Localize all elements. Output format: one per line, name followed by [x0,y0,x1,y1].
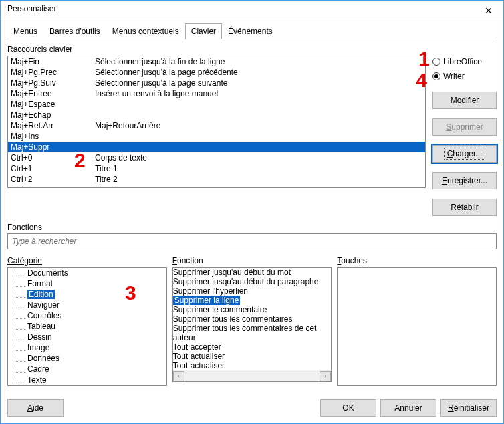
category-item[interactable]: Données [8,353,166,364]
shortcut-row[interactable]: Ctrl+0Corps de texte [8,152,425,163]
shortcut-key: Maj+Pg.Suiv [11,78,95,88]
function-item[interactable]: Supprimer la ligne [173,296,332,305]
category-item[interactable]: Image [8,342,166,353]
tab-toolbars[interactable]: Barres d'outils [43,23,106,39]
function-column: Fonction Supprimer jusqu'au début du mot… [172,251,332,386]
shortcuts-label: Raccourcis clavier [7,45,497,54]
category-item[interactable]: Contrôles [8,310,166,321]
shortcut-row[interactable]: Maj+Ret.ArrMaj+RetourArrière [8,120,425,131]
shortcut-function: Sélectionner jusqu'à la fin de la ligne [95,56,422,67]
shortcut-row[interactable]: Maj+Pg.PrecSélectionner jusqu'à la page … [8,67,425,78]
function-item[interactable]: Tout actualiser [173,352,332,361]
dialog-footer: Aide OK Annuler Réinitialiser [1,393,503,423]
function-item[interactable]: Supprimer l'hyperlien [173,286,332,296]
category-item[interactable]: Tableau [8,321,166,332]
delete-button[interactable]: Supprimer [432,118,497,136]
scope-libreoffice[interactable]: LibreOffice [432,56,497,68]
category-list[interactable]: DocumentsFormatÉditionNaviguerContrôlesT… [7,267,167,386]
function-hscroll[interactable]: ‹ › [173,370,332,381]
reset-button[interactable]: Rétablir [432,199,497,216]
function-item[interactable]: Supprimer jusqu'au début du paragraphe [173,277,332,286]
scroll-left-icon[interactable]: ‹ [173,371,184,381]
scope-libre-label: LibreOffice [443,57,482,66]
ok-button[interactable]: OK [320,399,376,417]
category-item[interactable]: Édition [8,289,166,300]
shortcut-row[interactable]: Maj+FinSélectionner jusqu'à la fin de la… [8,56,425,67]
shortcuts-row: Maj+FinSélectionner jusqu'à la fin de la… [7,56,497,216]
shortcut-function [95,99,422,110]
function-item[interactable]: Tout accepter [173,342,332,352]
shortcut-row[interactable]: Maj+Pg.SuivSélectionner jusqu'à la page … [8,78,425,88]
shortcut-row[interactable]: Ctrl+2Titre 2 [8,174,425,185]
save-button[interactable]: Enregistrer... [432,172,497,189]
function-label: Fonction [172,256,332,266]
function-item[interactable]: Supprimer le commentaire [173,305,332,314]
cancel-button[interactable]: Annuler [380,399,436,417]
keys-list[interactable] [337,267,497,386]
category-item[interactable]: Format [8,278,166,289]
close-icon[interactable]: ✕ [473,1,503,21]
footer-reset-button[interactable]: Réinitialiser [440,399,497,417]
shortcut-key: Maj+Ret.Arr [11,120,95,131]
functions-label: Fonctions [7,223,497,232]
shortcut-function: Titre 1 [95,163,422,174]
function-item[interactable]: Supprimer tous les commentaires [173,314,332,324]
shortcut-key: Maj+Espace [11,99,95,110]
keys-column: Touches [337,251,497,386]
radio-icon [432,72,440,80]
shortcut-key: Maj+Echap [11,110,95,120]
function-item[interactable]: Supprimer jusqu'au début du mot [173,268,332,277]
tab-events[interactable]: Événements [222,23,279,39]
shortcut-key: Maj+Pg.Prec [11,67,95,78]
load-button[interactable]: Charger... [432,145,497,163]
scope-writer[interactable]: Writer [432,70,497,82]
function-item[interactable]: Tout actualiser [173,361,332,370]
tab-keyboard[interactable]: Clavier [185,23,222,39]
shortcut-function [95,110,422,120]
modify-button[interactable]: Modifier [432,92,497,109]
shortcut-key: Ctrl+2 [11,174,95,185]
shortcut-function: Insérer un renvoi à la ligne manuel [95,88,422,99]
shortcut-row[interactable]: Maj+Suppr [8,142,425,152]
category-label: Catégorie [7,256,167,266]
shortcut-function: Titre 2 [95,174,422,185]
shortcut-key: Maj+Suppr [11,142,95,152]
shortcut-function: Maj+RetourArrière [95,120,422,131]
function-panels: Catégorie DocumentsFormatÉditionNaviguer… [7,251,497,386]
category-item[interactable]: Texte [8,375,166,385]
shortcut-function: Titre 3 [95,185,422,188]
function-list[interactable]: Supprimer jusqu'au début du motSupprimer… [173,268,332,370]
shortcut-row[interactable]: Maj+Echap [8,110,425,120]
shortcut-key: Maj+Fin [11,56,95,67]
function-item[interactable]: Supprimer tous les commentaires de cet a… [173,324,332,342]
window-title: Personnaliser [7,4,56,13]
tab-bar: Menus Barres d'outils Menus contextuels … [7,23,497,39]
tab-context-menus[interactable]: Menus contextuels [106,23,185,39]
shortcut-row[interactable]: Ctrl+1Titre 1 [8,163,425,174]
shortcut-row[interactable]: Ctrl+3Titre 3 [8,185,425,188]
shortcut-function: Corps de texte [95,152,422,163]
scroll-right-icon[interactable]: › [320,371,331,381]
shortcut-key: Ctrl+0 [11,152,95,163]
shortcut-function [95,142,422,152]
function-list-wrap: Supprimer jusqu'au début du motSupprimer… [172,267,332,382]
scope-writer-label: Writer [443,72,465,81]
shortcut-key: Ctrl+1 [11,163,95,174]
tab-menus[interactable]: Menus [7,23,43,39]
search-input[interactable] [7,233,497,249]
scroll-track[interactable] [184,371,320,381]
keys-label: Touches [337,256,497,266]
shortcuts-list[interactable]: Maj+FinSélectionner jusqu'à la fin de la… [7,56,426,188]
shortcut-key: Ctrl+3 [11,185,95,188]
shortcut-row[interactable]: Maj+Ins [8,131,425,142]
category-item[interactable]: Documents [8,268,166,278]
category-item[interactable]: Dessin [8,332,166,342]
category-item[interactable]: Naviguer [8,300,166,310]
titlebar: Personnaliser ✕ [1,1,503,17]
shortcut-row[interactable]: Maj+EntreeInsérer un renvoi à la ligne m… [8,88,425,99]
radio-icon [432,58,440,66]
help-button[interactable]: Aide [7,399,64,417]
shortcut-function: Sélectionner jusqu'à la page suivante [95,78,422,88]
shortcut-row[interactable]: Maj+Espace [8,99,425,110]
category-item[interactable]: Cadre [8,364,166,375]
